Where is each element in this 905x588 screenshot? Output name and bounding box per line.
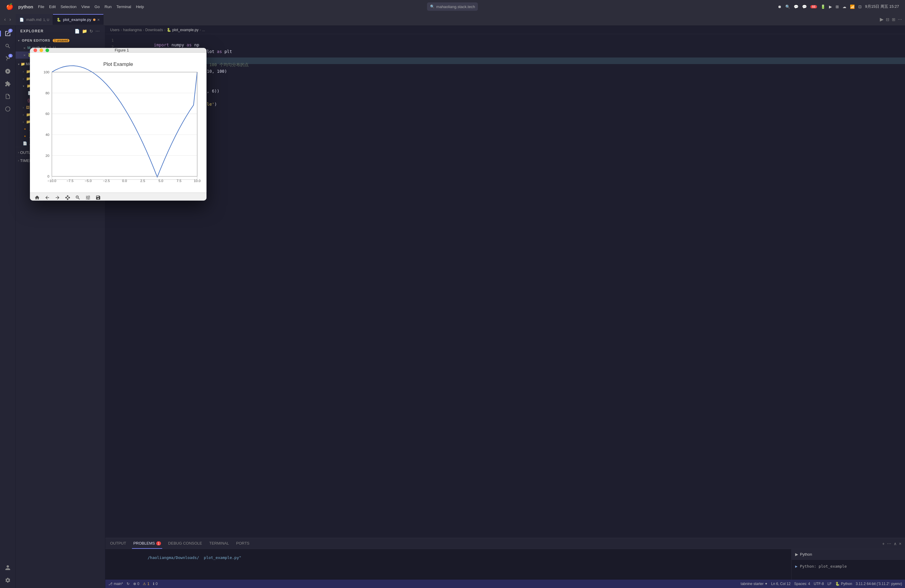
plot-title: Plot Example bbox=[103, 61, 133, 67]
panel-tab-problems[interactable]: PROBLEMS 1 bbox=[132, 538, 162, 549]
images-icon: 🖼 bbox=[26, 105, 30, 110]
toolbar-home-button[interactable] bbox=[32, 193, 42, 200]
menu-terminal[interactable]: Terminal bbox=[116, 5, 131, 9]
macos-menubar: 🍎 python File Edit Selection View Go Run… bbox=[0, 0, 905, 13]
warnings-indicator: ⚠ 1 bbox=[143, 582, 149, 586]
resources-arrow: › bbox=[23, 77, 24, 81]
language-indicator[interactable]: 🐍 Python bbox=[835, 582, 852, 586]
wechat-icon[interactable]: 💬 bbox=[802, 5, 807, 9]
sync-button[interactable]: ↻ bbox=[127, 582, 130, 586]
panel-more-button[interactable]: ⋯ bbox=[887, 541, 891, 546]
search-icon: 🔍 bbox=[430, 5, 435, 9]
split-editor-button[interactable]: ⊟ bbox=[886, 17, 889, 22]
svg-text:−10.0: −10.0 bbox=[48, 179, 56, 183]
address-bar[interactable]: 🔍 mahaoliang.stack.tech bbox=[427, 2, 478, 11]
refresh-button[interactable]: ↻ bbox=[89, 28, 94, 34]
controlcenter-icon[interactable]: ⊡ bbox=[858, 5, 862, 9]
notification-icon[interactable]: 💬 bbox=[794, 5, 799, 9]
layout-button[interactable]: ⊞ bbox=[892, 17, 895, 22]
tab-icon-md: 📄 bbox=[19, 17, 24, 22]
code-line-1: 1 import numpy as np bbox=[105, 38, 905, 44]
menu-run[interactable]: Run bbox=[105, 5, 112, 9]
activity-source-control[interactable]: 1 bbox=[2, 53, 13, 64]
vscode-titlebar: ‹ › 📄 math.md 1, U 🐍 plot_example.py × ▶… bbox=[0, 13, 905, 26]
nav-forward-button[interactable]: › bbox=[8, 16, 12, 23]
new-file-button[interactable]: 📄 bbox=[74, 28, 80, 34]
toolbar-subplots-button[interactable] bbox=[83, 193, 93, 200]
more-options-button[interactable]: ⋯ bbox=[898, 17, 902, 22]
activity-settings[interactable] bbox=[2, 575, 13, 586]
spotlight-icon[interactable]: 🔍 bbox=[785, 5, 790, 9]
close-plot-button[interactable]: × bbox=[23, 53, 26, 57]
tab-plot-py[interactable]: 🐍 plot_example.py × bbox=[53, 14, 103, 25]
matplotlib-title: Figure 1 bbox=[41, 48, 203, 52]
panel-tab-debug[interactable]: DEBUG CONSOLE bbox=[167, 538, 203, 549]
svg-text:40: 40 bbox=[46, 133, 49, 137]
status-left: ⎇ main* ↻ ⊗ 0 ⚠ 1 ℹ bbox=[108, 582, 158, 586]
toolbar-save-button[interactable] bbox=[94, 193, 103, 200]
panel-maximize-button[interactable]: ∧ bbox=[894, 541, 897, 546]
sidebar-header: EXPLORER 📄 📁 ↻ ⋯ bbox=[16, 26, 105, 37]
svg-text:7.5: 7.5 bbox=[176, 179, 181, 183]
nav-back-button[interactable]: ‹ bbox=[3, 16, 7, 23]
code-line-11: 11 plt.show() bbox=[105, 103, 905, 110]
panel-add-button[interactable]: + bbox=[882, 541, 884, 546]
code-line-2: 2 import matplotlib.pyplot as plt bbox=[105, 44, 905, 51]
images-arrow: › bbox=[23, 106, 24, 109]
matplotlib-titlebar: Figure 1 bbox=[30, 48, 206, 53]
grid-icon[interactable]: ⊞ bbox=[835, 5, 839, 9]
static-arrow: › bbox=[23, 113, 24, 116]
menu-file[interactable]: File bbox=[38, 5, 44, 9]
toolbar-forward-button[interactable] bbox=[53, 193, 62, 200]
panel-content: /haoliangma/Downloads/ plot_example.py" bbox=[105, 549, 791, 580]
error-count: 0 bbox=[137, 582, 140, 586]
toolbar-zoom-button[interactable] bbox=[73, 193, 83, 200]
close-math-button[interactable]: × bbox=[23, 46, 26, 50]
python-version-indicator[interactable]: 3.11.2 64-bit ('3.11.2': pyenv) bbox=[856, 582, 902, 586]
apple-menu[interactable]: 🍎 bbox=[6, 3, 13, 10]
activity-test[interactable] bbox=[2, 91, 13, 102]
git-branch[interactable]: ⎇ main* bbox=[108, 582, 123, 586]
activity-search[interactable] bbox=[2, 41, 13, 51]
more-sidebar-button[interactable]: ⋯ bbox=[95, 28, 100, 34]
tab-math-md[interactable]: 📄 math.md 1, U bbox=[16, 14, 53, 25]
editor-content[interactable]: 1 import numpy as np 2 import matplotlib… bbox=[105, 34, 905, 538]
menu-edit[interactable]: Edit bbox=[49, 5, 56, 9]
cloud-icon[interactable]: ☁ bbox=[843, 5, 846, 9]
activity-account[interactable] bbox=[2, 562, 13, 573]
panel-tab-ports[interactable]: PORTS bbox=[235, 538, 251, 549]
encoding-indicator[interactable]: UTF-8 bbox=[814, 582, 824, 586]
line-col-indicator[interactable]: Ln 6, Col 12 bbox=[771, 582, 791, 586]
panel-tab-output[interactable]: OUTPUT bbox=[109, 538, 127, 549]
line-ending-indicator[interactable]: LF bbox=[827, 582, 832, 586]
toolbar-back-button[interactable] bbox=[43, 193, 52, 200]
open-editors-title: OPEN EDITORS bbox=[22, 39, 50, 42]
code-line-5: 5 x = np.linspace(-10, 10, 100) bbox=[105, 64, 905, 71]
run-button[interactable]: ▶ bbox=[880, 16, 883, 22]
menu-selection[interactable]: Selection bbox=[60, 5, 76, 9]
new-folder-button[interactable]: 📁 bbox=[81, 28, 88, 34]
menu-view[interactable]: View bbox=[81, 5, 90, 9]
open-editors-header[interactable]: ▾ OPEN EDITORS 1 unsaved bbox=[16, 37, 105, 44]
toolbar-pan-button[interactable] bbox=[63, 193, 72, 200]
spaces-indicator[interactable]: Spaces: 4 bbox=[794, 582, 810, 586]
activity-run-debug[interactable] bbox=[2, 66, 13, 77]
matplotlib-window: Figure 1 Plot Example 0 20 40 60 80 100 bbox=[30, 48, 206, 200]
address-text: mahaoliang.stack.tech bbox=[437, 5, 475, 9]
tab-unsaved-dot bbox=[93, 19, 95, 21]
menu-help[interactable]: Help bbox=[136, 5, 144, 9]
rp-item-1: ▶ Python: plot_example bbox=[795, 562, 902, 570]
mpl-close-button[interactable] bbox=[33, 49, 37, 52]
open-editors-arrow: ▾ bbox=[18, 39, 19, 42]
code-line-7: 7 bbox=[105, 77, 905, 84]
menu-go[interactable]: Go bbox=[95, 5, 100, 9]
panel-tab-terminal[interactable]: TERMINAL bbox=[208, 538, 230, 549]
code-line-8: 8 plt.figure(figsize=(8, 6)) bbox=[105, 84, 905, 91]
activity-extensions[interactable] bbox=[2, 78, 13, 89]
svg-text:80: 80 bbox=[46, 91, 49, 95]
panel-close-button[interactable]: × bbox=[899, 541, 902, 546]
tab-close-plot[interactable]: × bbox=[97, 17, 100, 22]
play-icon[interactable]: ▶ bbox=[829, 5, 832, 9]
activity-remote[interactable] bbox=[2, 103, 13, 114]
activity-explorer[interactable]: 1 bbox=[2, 28, 13, 39]
